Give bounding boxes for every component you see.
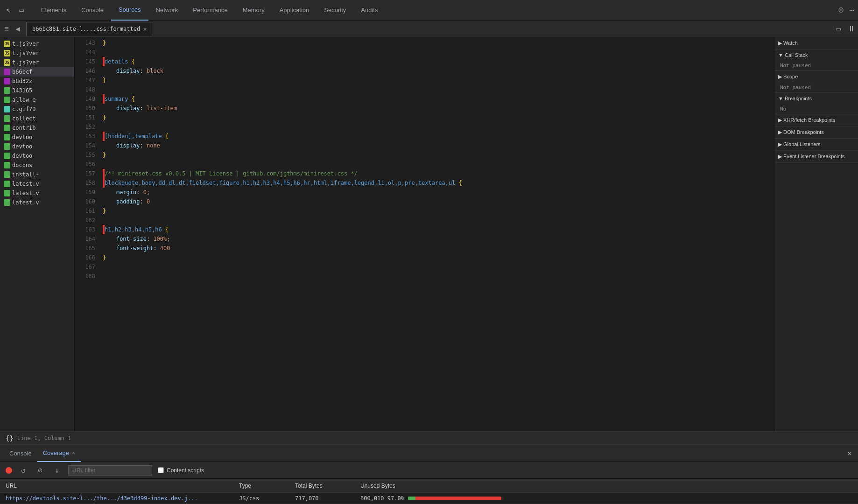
right-section-content: Not paused (774, 61, 858, 70)
emoji-icon[interactable]: ☺ (838, 5, 844, 15)
nav-tab-network[interactable]: Network (148, 0, 186, 21)
sidebar-item-label: b8d32z (12, 78, 32, 84)
col-header-unused[interactable]: Unused Bytes (355, 483, 858, 489)
stop-icon[interactable]: ⊘ (35, 465, 46, 476)
vertical-scrollbar[interactable] (768, 37, 774, 431)
record-button[interactable] (6, 467, 12, 474)
sidebar-item[interactable]: collect (0, 114, 74, 123)
sidebar-item[interactable]: allow-e (0, 95, 74, 105)
sidebar-item[interactable]: 343165 (0, 86, 74, 95)
right-section-header[interactable]: ▼ Breakpoints (774, 93, 858, 104)
nav-tabs: ElementsConsoleSourcesNetworkPerformance… (34, 0, 838, 21)
breadcrumb-back-icon[interactable]: ◀ (13, 24, 22, 34)
sidebar-item[interactable]: devtoo (0, 133, 74, 142)
right-section-header[interactable]: ▶ Global Listeners (774, 139, 858, 150)
sidebar-item[interactable]: latest.v (0, 189, 74, 198)
sidebar-item-label: contrib (12, 125, 36, 131)
right-section-header[interactable]: ▶ Watch (774, 37, 858, 49)
sidebar-item-label: docons (12, 162, 32, 168)
editor-status-bar: {} Line 1, Column 1 (0, 431, 858, 444)
sidebar-item-label: t.js?ver (12, 41, 39, 47)
code-line: details { (103, 57, 768, 66)
content-scripts-label[interactable]: Content scripts (158, 467, 204, 474)
nav-tab-application[interactable]: Application (272, 0, 317, 21)
reload-icon[interactable]: ↺ (18, 465, 29, 476)
sidebar-item[interactable]: b66bcf (0, 67, 74, 77)
sidebar-item[interactable]: JSt.js?ver (0, 58, 74, 67)
sidebar-item[interactable]: contrib (0, 123, 74, 133)
right-section-header[interactable]: ▶ Event Listener Breakpoints (774, 151, 858, 162)
more-options-icon[interactable]: ⋯ (849, 5, 854, 15)
table-row[interactable]: https://devtools.site-l.../the.../43e3d4… (0, 493, 858, 504)
close-file-tab[interactable]: × (143, 25, 147, 33)
url-filter-input[interactable] (68, 465, 152, 476)
right-section-watch: ▶ Watch (774, 37, 858, 49)
open-file-tab[interactable]: b66bc881.site-l....css:formatted × (26, 22, 153, 36)
pause-icon[interactable]: ⏸ (847, 24, 856, 34)
right-section-header[interactable]: ▶ Scope (774, 71, 858, 83)
expand-sidebar-icon[interactable]: ≡ (2, 24, 11, 34)
sidebar-item[interactable]: JSt.js?ver (0, 49, 74, 58)
right-section-event: ▶ Event Listener Breakpoints (774, 151, 858, 163)
sidebar-item[interactable]: c.gif?D (0, 105, 74, 114)
format-icon[interactable]: ▭ (834, 24, 843, 34)
col-header-type[interactable]: Type (233, 483, 289, 489)
device-icon[interactable]: ▭ (17, 6, 26, 15)
sidebar-item[interactable]: b8d32z (0, 77, 74, 86)
file-icon (4, 190, 10, 196)
nav-tab-elements[interactable]: Elements (34, 0, 74, 21)
line-number: 154 (75, 141, 95, 150)
sidebar-item-label: latest.v (12, 190, 39, 196)
right-section-header[interactable]: ▶ XHR/fetch Breakpoints (774, 114, 858, 126)
sidebar-item[interactable]: devtoo (0, 142, 74, 151)
nav-tab-memory[interactable]: Memory (235, 0, 272, 21)
sidebar-item[interactable]: JSt.js?ver (0, 39, 74, 49)
sidebar-item-label: t.js?ver (12, 59, 39, 66)
drawer-tab-console[interactable]: Console (4, 445, 37, 462)
right-section-header[interactable]: ▼ Call Stack (774, 49, 858, 61)
line-number: 168 (75, 272, 95, 281)
code-line: margin: 0; (103, 188, 768, 197)
right-debug-panel: ▶ Watch▼ Call StackNot paused▶ ScopeNot … (774, 37, 858, 431)
sidebar-item[interactable]: latest.v (0, 198, 74, 207)
code-line: /*! minireset.css v0.0.5 | MIT License |… (103, 169, 768, 178)
line-number: 158 (75, 178, 95, 188)
file-icon (4, 162, 10, 168)
code-line: } (103, 113, 768, 122)
export-icon[interactable]: ↓ (51, 465, 63, 476)
drawer-toolbar: ↺ ⊘ ↓ Content scripts (0, 462, 858, 479)
nav-tab-performance[interactable]: Performance (185, 0, 235, 21)
col-header-total[interactable]: Total Bytes (289, 483, 355, 489)
col-header-url[interactable]: URL (0, 483, 233, 489)
content-scripts-checkbox[interactable] (158, 467, 164, 473)
line-number: 149 (75, 94, 95, 104)
sidebar-item[interactable]: devtoo (0, 151, 74, 161)
line-number: 164 (75, 234, 95, 244)
select-icon[interactable]: ↖ (4, 6, 13, 15)
sidebar-item[interactable]: docons (0, 161, 74, 170)
file-icon (4, 134, 10, 140)
right-section-content: No (774, 104, 858, 114)
line-number: 163 (75, 225, 95, 234)
sidebar-item[interactable]: latest.v (0, 179, 74, 189)
file-icon (4, 171, 10, 178)
close-drawer-tab[interactable]: × (72, 450, 75, 456)
line-number: 157 (75, 169, 95, 178)
nav-tab-audits[interactable]: Audits (353, 0, 385, 21)
nav-tab-security[interactable]: Security (316, 0, 353, 21)
right-section-global: ▶ Global Listeners (774, 139, 858, 151)
nav-tab-sources[interactable]: Sources (111, 0, 148, 21)
close-drawer-icon[interactable]: × (845, 449, 854, 458)
code-content: 1431441451461471481491501511521531541551… (75, 37, 774, 431)
nav-right-controls: ☺ ⋯ (838, 5, 854, 15)
sidebar-item[interactable]: install- (0, 170, 74, 179)
code-lines[interactable]: } details { display: block} summary { di… (99, 37, 768, 431)
file-icon (4, 153, 10, 159)
code-line: } (103, 206, 768, 216)
right-section-header[interactable]: ▶ DOM Breakpoints (774, 126, 858, 138)
right-section-call-stack: ▼ Call StackNot paused (774, 49, 858, 71)
file-icon (4, 181, 10, 187)
nav-tab-console[interactable]: Console (74, 0, 111, 21)
code-line: } (103, 253, 768, 262)
drawer-tab-coverage[interactable]: Coverage × (37, 445, 81, 462)
